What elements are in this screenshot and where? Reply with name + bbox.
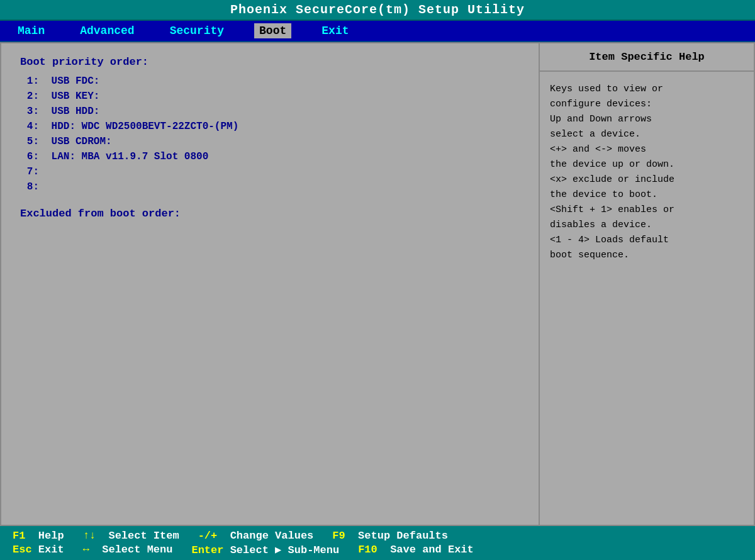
boot-num-4: 4: [20,121,39,132]
boot-label-6: LAN: MBA v11.9.7 Slot 0800 [52,151,209,162]
nav-exit[interactable]: Exit [316,23,354,38]
help-content: Keys used to view or configure devices: … [540,72,754,273]
boot-item-6[interactable]: 6: LAN: MBA v11.9.7 Slot 0800 [20,151,520,162]
boot-item-7[interactable]: 7: [20,166,520,177]
boot-item-5[interactable]: 5: USB CDROM: [20,136,520,147]
key-f10: F10 Save and Exit [358,544,474,556]
boot-item-8[interactable]: 8: [20,181,520,193]
boot-num-5: 5: [20,136,39,147]
title-bar: Phoenix SecureCore(tm) Setup Utility [0,0,755,21]
help-text: Keys used to view or configure devices: … [550,84,674,260]
key-f9: F9 Setup Defaults [332,530,448,542]
nav-main[interactable]: Main [13,23,50,38]
key-enter: Enter Select ▶ Sub-Menu [191,543,339,556]
boot-label-1: USB FDC: [52,76,100,87]
boot-num-7: 7: [20,166,39,177]
key-plusminus: -/+ Change Values [198,530,314,542]
excluded-title: Excluded from boot order: [20,208,520,220]
right-panel: Item Specific Help Keys used to view or … [540,43,754,525]
boot-priority-title: Boot priority order: [20,56,520,68]
status-row-1: F1 Help ↑↓ Select Item -/+ Change Values… [13,530,742,542]
help-title: Item Specific Help [540,43,754,72]
boot-item-4[interactable]: 4: HDD: WDC WD2500BEVT-22ZCT0-(PM) [20,121,520,132]
boot-label-5: USB CDROM: [52,136,112,147]
boot-num-2: 2: [20,91,39,102]
boot-label-3: USB HDD: [52,106,100,117]
key-leftright: ↔ Select Menu [83,544,173,556]
status-row-2: Esc Exit ↔ Select Menu Enter Select ▶ Su… [13,543,742,556]
app-title: Phoenix SecureCore(tm) Setup Utility [230,3,525,17]
nav-bar: Main Advanced Security Boot Exit [0,21,755,42]
nav-advanced[interactable]: Advanced [75,23,139,38]
key-esc: Esc Exit [13,544,64,556]
boot-item-3[interactable]: 3: USB HDD: [20,106,520,117]
key-f1: F1 Help [13,530,64,542]
boot-num-3: 3: [20,106,39,117]
boot-label-2: USB KEY: [52,91,100,102]
nav-boot[interactable]: Boot [254,23,291,38]
boot-item-1[interactable]: 1: USB FDC: [20,76,520,87]
key-arrows: ↑↓ Select Item [83,530,179,542]
boot-label-4: HDD: WDC WD2500BEVT-22ZCT0-(PM) [52,121,239,132]
boot-num-1: 1: [20,76,39,87]
status-bar: F1 Help ↑↓ Select Item -/+ Change Values… [0,526,755,560]
nav-security[interactable]: Security [165,23,229,38]
boot-num-8: 8: [20,181,39,193]
boot-num-6: 6: [20,151,39,162]
left-panel: Boot priority order: 1: USB FDC: 2: USB … [1,43,540,525]
main-content: Boot priority order: 1: USB FDC: 2: USB … [0,42,755,526]
boot-item-2[interactable]: 2: USB KEY: [20,91,520,102]
